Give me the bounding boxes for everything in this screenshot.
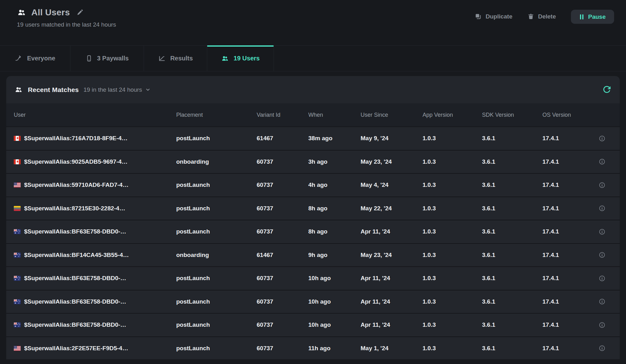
header-actions: Duplicate Delete Pause bbox=[475, 10, 614, 45]
column-header-when: When bbox=[308, 112, 361, 118]
column-header-variant-id: Variant Id bbox=[257, 112, 308, 118]
when-cell: 10h ago bbox=[308, 298, 361, 305]
info-cell bbox=[599, 252, 612, 258]
sdk-version-cell: 3.6.1 bbox=[482, 182, 542, 188]
table-row[interactable]: $SuperwallAlias:BF63E758-DBD0-… postLaun… bbox=[6, 290, 620, 314]
sdk-version-cell: 3.6.1 bbox=[482, 275, 542, 282]
tab-label: 3 Paywalls bbox=[97, 55, 129, 62]
recent-matches-panel: Recent Matches 19 in the last 24 hours U… bbox=[6, 76, 620, 359]
tab-label: 19 Users bbox=[233, 55, 259, 62]
sdk-version-cell: 3.6.1 bbox=[482, 321, 542, 328]
info-cell bbox=[599, 135, 612, 142]
app-version-cell: 1.0.3 bbox=[423, 228, 482, 235]
flag-au-icon bbox=[14, 276, 21, 281]
info-icon[interactable] bbox=[599, 298, 605, 305]
edit-pencil-icon[interactable] bbox=[76, 9, 84, 16]
os-version-cell: 17.4.1 bbox=[542, 228, 599, 235]
table-row[interactable]: $SuperwallAlias:BF63E758-DBD0-… postLaun… bbox=[6, 220, 620, 244]
user-cell: $SuperwallAlias:716A7D18-8F9E-4… bbox=[14, 135, 176, 142]
app-version-cell: 1.0.3 bbox=[423, 158, 482, 165]
placement-cell: postLaunch bbox=[176, 228, 257, 235]
flag-lt-icon bbox=[14, 206, 21, 211]
table-row[interactable]: $SuperwallAlias:BF14CA45-3B55-4… onboard… bbox=[6, 244, 620, 267]
placement-cell: onboarding bbox=[176, 158, 257, 165]
tab-results[interactable]: Results bbox=[144, 46, 207, 71]
info-icon[interactable] bbox=[599, 135, 605, 142]
info-icon[interactable] bbox=[599, 205, 605, 212]
pause-button[interactable]: Pause bbox=[571, 10, 614, 24]
chevron-down-icon bbox=[145, 87, 151, 93]
users-icon bbox=[221, 55, 229, 62]
tab-filler bbox=[274, 46, 626, 71]
user-cell: $SuperwallAlias:59710AD6-FAD7-4… bbox=[14, 182, 176, 188]
table-row[interactable]: $SuperwallAlias:BF63E758-DBD0-… postLaun… bbox=[6, 314, 620, 337]
branch-arrow-icon bbox=[15, 54, 23, 62]
user-alias: $SuperwallAlias:9025ADB5-9697-4… bbox=[24, 158, 128, 165]
placement-cell: postLaunch bbox=[176, 205, 257, 212]
tab-paywalls[interactable]: 3 Paywalls bbox=[70, 46, 144, 71]
page-header: All Users 19 users matched in the last 2… bbox=[0, 0, 626, 45]
user-alias: $SuperwallAlias:2F2E57EE-F9D5-4… bbox=[24, 345, 128, 352]
os-version-cell: 17.4.1 bbox=[542, 158, 599, 165]
chart-icon bbox=[158, 54, 166, 62]
tab-label: Everyone bbox=[27, 55, 55, 62]
info-cell bbox=[599, 228, 612, 235]
filter-label: 19 in the last 24 hours bbox=[84, 86, 142, 93]
table-row[interactable]: $SuperwallAlias:87215E30-2282-4… postLau… bbox=[6, 197, 620, 221]
column-header-sdk-version: SDK Version bbox=[482, 112, 542, 118]
table-body: $SuperwallAlias:716A7D18-8F9E-4… postLau… bbox=[6, 127, 620, 359]
info-icon[interactable] bbox=[599, 345, 605, 351]
sdk-version-cell: 3.6.1 bbox=[482, 158, 542, 165]
user-since-cell: May 23, '24 bbox=[361, 252, 423, 259]
column-header-app-version: App Version bbox=[423, 112, 482, 118]
info-cell bbox=[599, 182, 612, 188]
column-header-os-version: OS Version bbox=[542, 112, 599, 118]
user-alias: $SuperwallAlias:87215E30-2282-4… bbox=[24, 205, 125, 212]
app-version-cell: 1.0.3 bbox=[423, 345, 482, 352]
app-version-cell: 1.0.3 bbox=[423, 135, 482, 142]
placement-cell: postLaunch bbox=[176, 135, 257, 142]
info-icon[interactable] bbox=[599, 275, 605, 282]
when-cell: 8h ago bbox=[308, 205, 361, 212]
info-cell bbox=[599, 205, 612, 212]
when-cell: 11h ago bbox=[308, 345, 361, 352]
trash-icon bbox=[527, 13, 534, 20]
sdk-version-cell: 3.6.1 bbox=[482, 345, 542, 352]
info-icon[interactable] bbox=[599, 182, 605, 188]
sdk-version-cell: 3.6.1 bbox=[482, 298, 542, 305]
os-version-cell: 17.4.1 bbox=[542, 275, 599, 282]
tab-users[interactable]: 19 Users bbox=[207, 46, 274, 71]
info-icon[interactable] bbox=[599, 228, 605, 235]
placement-cell: postLaunch bbox=[176, 298, 257, 305]
info-icon[interactable] bbox=[599, 252, 605, 258]
table-row[interactable]: $SuperwallAlias:59710AD6-FAD7-4… postLau… bbox=[6, 174, 620, 197]
os-version-cell: 17.4.1 bbox=[542, 135, 599, 142]
os-version-cell: 17.4.1 bbox=[542, 345, 599, 352]
user-alias: $SuperwallAlias:59710AD6-FAD7-4… bbox=[24, 182, 129, 188]
panel-title: Recent Matches bbox=[28, 86, 79, 94]
sdk-version-cell: 3.6.1 bbox=[482, 205, 542, 212]
app-version-cell: 1.0.3 bbox=[423, 321, 482, 328]
table-row[interactable]: $SuperwallAlias:9025ADB5-9697-4… onboard… bbox=[6, 151, 620, 174]
placement-cell: postLaunch bbox=[176, 345, 257, 352]
duplicate-button[interactable]: Duplicate bbox=[475, 10, 512, 23]
time-filter-dropdown[interactable]: 19 in the last 24 hours bbox=[84, 86, 151, 93]
info-icon[interactable] bbox=[599, 158, 605, 165]
flag-us-icon bbox=[14, 346, 21, 351]
sdk-version-cell: 3.6.1 bbox=[482, 252, 542, 259]
user-cell: $SuperwallAlias:BF63E758-DBD0-… bbox=[14, 321, 176, 328]
table-row[interactable]: $SuperwallAlias:716A7D18-8F9E-4… postLau… bbox=[6, 127, 620, 151]
table-row[interactable]: $SuperwallAlias:2F2E57EE-F9D5-4… postLau… bbox=[6, 337, 620, 360]
delete-label: Delete bbox=[538, 13, 556, 20]
table-row[interactable]: $SuperwallAlias:BF63E758-DBD0-… postLaun… bbox=[6, 267, 620, 290]
refresh-button[interactable] bbox=[601, 84, 612, 95]
variant-id-cell: 60737 bbox=[257, 345, 308, 352]
tab-everyone[interactable]: Everyone bbox=[0, 46, 70, 71]
info-icon[interactable] bbox=[599, 322, 605, 328]
placement-cell: postLaunch bbox=[176, 321, 257, 328]
delete-button[interactable]: Delete bbox=[527, 10, 556, 23]
flag-ca-icon bbox=[14, 136, 21, 141]
page: All Users 19 users matched in the last 2… bbox=[0, 0, 626, 364]
variant-id-cell: 60737 bbox=[257, 321, 308, 328]
user-since-cell: Apr 11, '24 bbox=[361, 228, 423, 235]
